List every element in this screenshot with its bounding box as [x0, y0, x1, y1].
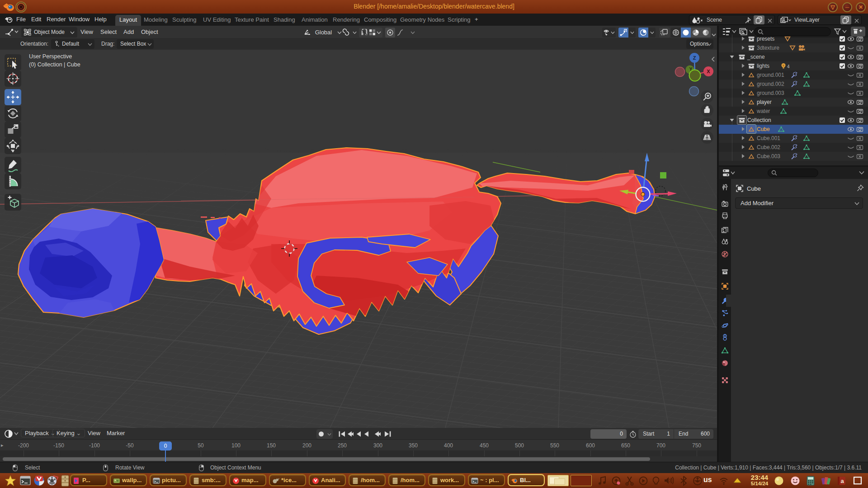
svg-text:a: a	[840, 478, 844, 484]
svg-text:X: X	[707, 69, 710, 74]
svg-text:Z: Z	[693, 55, 696, 61]
svg-text:User Perspective: User Perspective	[29, 53, 72, 60]
svg-text:(0) Collection | Cube: (0) Collection | Cube	[29, 61, 80, 68]
